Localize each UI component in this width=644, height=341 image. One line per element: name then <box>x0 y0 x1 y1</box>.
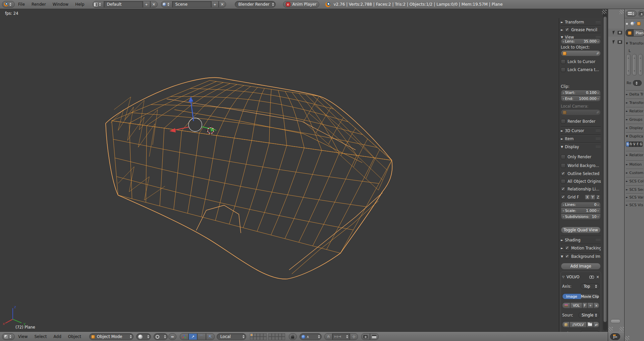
dup-group-button[interactable]: G <box>639 141 643 147</box>
car-wireframe[interactable] <box>0 9 608 332</box>
grid-axis-x-toggle[interactable]: X <box>585 194 590 200</box>
location-y-field[interactable] <box>632 54 637 75</box>
bg-image-header[interactable]: ▽ VOLVO × <box>561 274 601 280</box>
rotation-mode-dropdown[interactable] <box>633 80 642 86</box>
area-corner-widget[interactable] <box>608 327 613 331</box>
proportional-edit-dropdown[interactable]: ∧ <box>300 333 322 340</box>
scale-manipulator-button[interactable]: ⇱ <box>206 333 215 340</box>
add-image-button[interactable]: Add Image <box>561 263 601 270</box>
viewport-3d[interactable]: fps: 24 (72) Plane x y z ► Transform::::… <box>0 9 608 332</box>
menu-select[interactable]: Select <box>31 332 50 341</box>
breadcrumb-object-icon[interactable] <box>626 29 634 37</box>
outliner-row[interactable] <box>608 29 624 37</box>
scene-name-field[interactable]: Scene <box>172 1 211 8</box>
panel-motion-tracking[interactable]: ► Motion Tracking <box>561 244 601 251</box>
manipulator-toggle[interactable] <box>180 333 189 340</box>
relationship-lines-checkbox[interactable] <box>561 187 566 191</box>
source-dropdown[interactable]: Single I <box>579 312 599 318</box>
screen-layout-icon-button[interactable] <box>93 1 104 8</box>
location-z-field[interactable] <box>638 54 643 75</box>
only-render-checkbox[interactable] <box>561 155 566 159</box>
scene-context-icon[interactable] <box>631 22 634 25</box>
lock-to-cursor-row[interactable]: Lock to Cursor <box>561 59 601 65</box>
area-corner-widget[interactable] <box>620 327 624 331</box>
panel-relations-extras[interactable]: ►Relation <box>626 152 643 158</box>
panel-scs-visibility[interactable]: ►SCS Visi <box>626 202 643 208</box>
grid-axis-y-toggle[interactable]: Y <box>590 194 595 200</box>
opengl-render-anim-button[interactable] <box>370 333 379 340</box>
filepath-icon-button[interactable] <box>562 322 570 328</box>
menu-add[interactable]: Add <box>50 332 65 341</box>
screen-layout-name-field[interactable]: Default <box>104 1 143 8</box>
close-icon[interactable]: × <box>596 275 599 279</box>
panel-groups[interactable]: ►Groups <box>626 116 643 123</box>
lock-to-cursor-checkbox[interactable] <box>561 59 566 64</box>
layers-grid-1[interactable] <box>250 333 267 340</box>
outliner-row[interactable] <box>608 38 624 46</box>
grid-floor-checkbox[interactable] <box>561 195 566 200</box>
render-tab-button[interactable] <box>638 10 644 17</box>
panel-custom-properties[interactable]: ►Custom <box>626 169 643 176</box>
panel-scs-collision[interactable]: ►SCS Coll <box>626 178 643 184</box>
lock-camera-row[interactable]: Lock Camera t... <box>561 67 601 73</box>
dup-verts-button[interactable]: V <box>633 141 636 147</box>
lock-camera-checkbox[interactable] <box>561 67 566 72</box>
expand-triangle-icon[interactable]: ▽ <box>562 275 565 279</box>
pointer-select-icon[interactable] <box>612 40 615 44</box>
menu-file[interactable]: File <box>15 0 28 9</box>
lock-object-picker[interactable]: ✎ <box>561 50 601 56</box>
local-camera-picker[interactable]: ✎ <box>561 109 601 115</box>
camera-render-toggle-icon[interactable] <box>618 31 622 35</box>
area-corner-widget[interactable] <box>602 10 606 14</box>
opengl-render-button[interactable] <box>361 333 370 340</box>
eyedropper-icon[interactable]: ✎ <box>595 111 599 114</box>
axis-dropdown[interactable]: Top <box>581 283 599 289</box>
breadcrumb-object-name[interactable]: Plan <box>634 29 644 37</box>
panel-grease-pencil[interactable]: ► Grease Pencil <box>561 26 601 33</box>
translate-manipulator-button[interactable]: ↗ <box>189 333 197 340</box>
panel-transform-props[interactable]: ▼Transfor <box>626 40 643 47</box>
open-file-button[interactable] <box>587 322 593 328</box>
clip-end-slider[interactable]: ◂End: 1000.000▸ <box>561 96 601 102</box>
only-render-row[interactable]: Only Render <box>561 154 601 160</box>
location-x-field[interactable] <box>626 54 631 75</box>
clip-start-slider[interactable]: ◂Start: 0.100▸ <box>561 90 601 96</box>
dup-frames-button[interactable]: Fr <box>629 141 633 147</box>
image-datablock-icon[interactable] <box>562 302 570 308</box>
eyedropper-icon[interactable]: ✎ <box>595 52 599 55</box>
menu-window[interactable]: Window <box>49 0 72 9</box>
outline-selected-checkbox[interactable] <box>561 171 566 176</box>
menu-view[interactable]: View <box>15 332 31 341</box>
panel-duplication[interactable]: ▼Duplicat <box>626 133 643 139</box>
panel-scs-variants[interactable]: ►SCS Vari <box>626 194 643 201</box>
editor-type-button[interactable] <box>2 333 15 340</box>
delete-scene-button[interactable]: × <box>219 1 226 8</box>
panel-scs-section[interactable]: ►SCS Sec <box>626 186 643 193</box>
toggle-quad-view-button[interactable]: Toggle Quad View <box>561 227 601 233</box>
layers-widget[interactable] <box>250 333 285 340</box>
pivot-point-dropdown[interactable] <box>154 333 168 340</box>
app-menu-button[interactable] <box>2 1 15 8</box>
image-name-field[interactable]: VOL <box>570 302 582 308</box>
world-background-row[interactable]: World Backgro... <box>561 163 601 169</box>
dup-none-button[interactable]: N <box>626 141 629 147</box>
transform-orientation-dropdown[interactable]: Local <box>217 333 246 340</box>
panel-transform[interactable]: ► Transform:::: <box>561 19 601 25</box>
render-border-checkbox[interactable] <box>561 119 566 124</box>
pivot-align-toggle[interactable]: ⇹ <box>168 333 176 340</box>
panel-transform-locks[interactable]: ►Transfor <box>626 99 643 106</box>
menu-help[interactable]: Help <box>72 0 88 9</box>
panel-3d-cursor[interactable]: ► 3D Cursor:::: <box>561 127 601 134</box>
relationship-lines-row[interactable]: Relationship Li... <box>561 186 601 192</box>
snap-toggle[interactable]: ∪ <box>324 333 332 340</box>
grid-floor-row[interactable]: Grid F X Y Z <box>561 194 601 200</box>
layers-grid-2[interactable] <box>268 333 285 340</box>
movie-clip-tab[interactable]: Movie Clip <box>581 294 599 299</box>
panel-motion-paths[interactable]: ►Motion <box>626 161 643 168</box>
render-border-row[interactable]: Render Border <box>561 118 601 124</box>
menu-render[interactable]: Render <box>28 0 49 9</box>
add-layout-button[interactable]: ＋ <box>143 1 150 8</box>
viewport-shading-dropdown[interactable] <box>136 333 151 340</box>
grid-lines-slider[interactable]: ◂Lines: 0▸ <box>561 202 601 208</box>
panel-shading[interactable]: ► Shading:::: <box>561 236 601 243</box>
